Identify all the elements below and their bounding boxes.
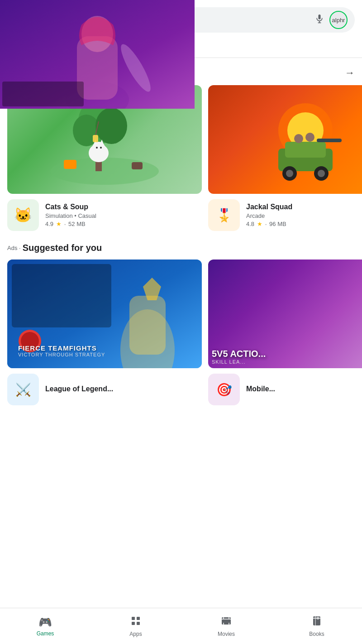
suggested-section: Ads · Suggested for you <box>0 235 362 410</box>
svg-rect-47 <box>137 622 140 625</box>
movies-icon <box>221 615 232 629</box>
svg-rect-17 <box>132 162 143 169</box>
books-label: Books <box>309 631 324 637</box>
suggested-card-mobile[interactable]: 5V5 ACTIO... SKILL LEA... 🎯 Mobile... <box>208 260 362 405</box>
cats-soup-meta: 4.9 ★ ● 52 MB <box>45 221 202 227</box>
lol-details: League of Legend... <box>45 385 202 394</box>
lol-banner-text: FIERCE TEAMFIGHTS <box>18 344 191 352</box>
lol-info: ⚔️ League of Legend... <box>7 374 202 405</box>
mobile-banner: 5V5 ACTIO... SKILL LEA... <box>208 260 362 368</box>
jackal-star: ★ <box>257 221 262 227</box>
svg-rect-19 <box>93 135 98 142</box>
svg-rect-45 <box>137 617 140 620</box>
svg-rect-57 <box>317 617 319 620</box>
mobile-banner-text: 5V5 ACTIO... <box>212 349 362 359</box>
suggested-card-lol[interactable]: FIERCE TEAMFIGHTS VICTORY THROUGH STRATE… <box>7 260 202 405</box>
cats-soup-star: ★ <box>56 221 62 227</box>
nav-movies[interactable]: Movies <box>181 615 272 637</box>
mobile-info: 🎯 Mobile... <box>208 374 362 405</box>
games-icon: 🎮 <box>38 616 52 629</box>
apps-icon <box>130 615 141 629</box>
bottom-nav: 🎮 Games Apps Movies <box>0 608 362 644</box>
nav-apps[interactable]: Apps <box>90 615 181 637</box>
svg-point-9 <box>95 108 127 144</box>
cats-soup-info: 🐱 Cats & Soup Simulation • Casual 4.9 ★ … <box>7 199 202 231</box>
svg-point-15 <box>100 147 102 149</box>
apps-label: Apps <box>129 631 142 637</box>
nav-books[interactable]: Books <box>272 615 362 637</box>
svg-rect-16 <box>64 160 76 169</box>
svg-rect-48 <box>222 617 231 625</box>
svg-point-27 <box>318 170 325 177</box>
jackal-name: Jackal Squad <box>246 203 362 211</box>
svg-point-29 <box>294 134 303 143</box>
jackal-details: Jackal Squad Arcade 4.8 ★ ● 96 MB <box>246 203 362 227</box>
cats-soup-size: 52 MB <box>68 221 86 227</box>
main-content: Discover recommended games → <box>0 58 362 446</box>
jackal-meta: 4.8 ★ ● 96 MB <box>246 221 362 227</box>
cats-soup-category: Simulation • Casual <box>45 212 202 219</box>
discover-arrow-icon[interactable]: → <box>345 67 355 79</box>
cats-soup-details: Cats & Soup Simulation • Casual 4.9 ★ ● … <box>45 203 202 227</box>
ads-label: Ads · <box>7 245 21 251</box>
lol-banner: FIERCE TEAMFIGHTS VICTORY THROUGH STRATE… <box>7 260 202 368</box>
suggested-section-title: Suggested for you <box>23 243 102 253</box>
lol-banner-subtext: VICTORY THROUGH STRATEGY <box>18 352 191 357</box>
suggested-scroll[interactable]: FIERCE TEAMFIGHTS VICTORY THROUGH STRATE… <box>0 260 362 405</box>
svg-rect-46 <box>132 622 135 625</box>
jackal-size: 96 MB <box>269 221 286 227</box>
jackal-dot: ● <box>265 223 267 226</box>
mobile-icon: 🎯 <box>208 374 240 405</box>
svg-point-25 <box>286 170 293 177</box>
svg-point-30 <box>305 133 314 142</box>
jackal-rating: 4.8 <box>246 221 254 227</box>
cats-soup-rating: 4.9 <box>45 221 53 227</box>
mobile-details: Mobile... <box>246 385 362 394</box>
microphone-icon[interactable] <box>315 14 324 26</box>
cats-soup-dot: ● <box>64 223 66 226</box>
suggested-section-header: Ads · Suggested for you <box>0 243 362 260</box>
cats-soup-name: Cats & Soup <box>45 203 202 211</box>
lol-name: League of Legend... <box>45 385 202 393</box>
mobile-name: Mobile... <box>246 385 362 393</box>
svg-rect-2 <box>319 14 321 19</box>
avatar[interactable]: alphr <box>329 11 348 29</box>
mobile-banner-subtext: SKILL LEA... <box>212 359 362 365</box>
svg-point-14 <box>96 147 98 149</box>
svg-rect-32 <box>12 264 111 327</box>
jackal-icon: 🎖️ <box>208 199 240 231</box>
games-label: Games <box>37 630 54 637</box>
nav-games[interactable]: 🎮 Games <box>0 616 90 637</box>
books-icon <box>311 615 322 629</box>
lol-icon: ⚔️ <box>7 374 39 405</box>
svg-rect-23 <box>285 142 326 158</box>
movies-label: Movies <box>218 631 235 637</box>
jackal-category: Arcade <box>246 212 362 219</box>
game-card-jackal[interactable]: 🎖️ Jackal Squad Arcade 4.8 ★ ● 96 MB <box>208 85 362 231</box>
jackal-info: 🎖️ Jackal Squad Arcade 4.8 ★ ● 96 MB <box>208 199 362 231</box>
cats-soup-icon: 🐱 <box>7 199 39 231</box>
jackal-banner <box>208 85 362 194</box>
svg-rect-28 <box>317 139 342 142</box>
svg-rect-44 <box>132 617 135 620</box>
